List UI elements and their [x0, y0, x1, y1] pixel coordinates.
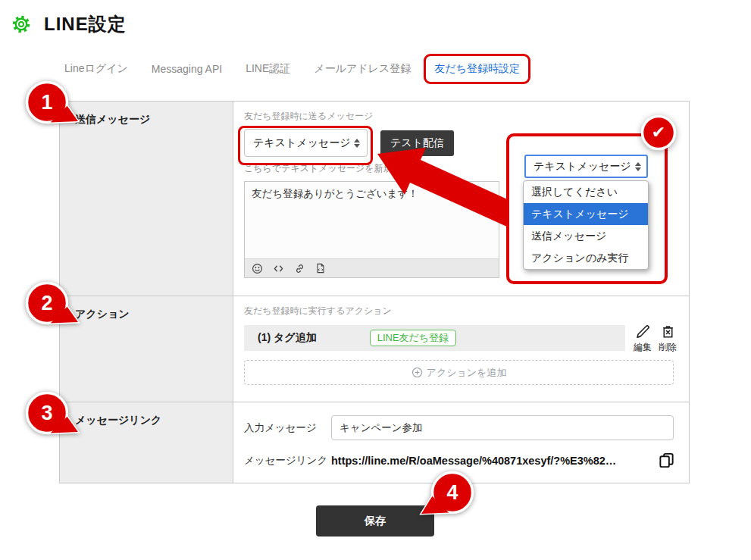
- section-title: メッセージリンク: [75, 414, 161, 426]
- file-icon[interactable]: [315, 263, 326, 274]
- section-label-message-link: メッセージリンク: [60, 402, 233, 483]
- overlay-select-value: テキストメッセージ: [534, 160, 631, 174]
- send-message-field-label: 友だち登録時に送るメッセージ: [244, 110, 678, 123]
- select-spinner-icon: [635, 162, 641, 171]
- plus-circle-icon: [411, 367, 423, 378]
- section-content-action: 友だち登録時に実行するアクション (1) タグ追加 LINE友だち登録 編集 削…: [233, 296, 689, 402]
- add-action-button[interactable]: アクションを追加: [244, 360, 674, 385]
- link-icon[interactable]: [294, 263, 305, 274]
- select-spinner-icon: [354, 139, 360, 148]
- code-icon[interactable]: [273, 263, 284, 274]
- section-title: アクション: [75, 308, 130, 320]
- editor-toolbar: [245, 258, 499, 277]
- section-content-message-link: 入力メッセージ メッセージリンク https://line.me/R/oaMes…: [233, 402, 689, 483]
- page-title: LINE設定: [44, 12, 127, 36]
- emoji-icon[interactable]: [252, 263, 263, 274]
- message-link-label: メッセージリンク: [244, 454, 331, 468]
- action-item-title: (1) タグ追加: [258, 331, 317, 345]
- tab-bar: Lineログイン Messaging API LINE認証 メールアドレス登録 …: [64, 56, 520, 82]
- edit-button[interactable]: 編集: [634, 324, 652, 353]
- message-editor: 友だち登録ありがとうございます！: [244, 181, 499, 278]
- pencil-icon: [635, 324, 651, 343]
- add-action-label: アクションを追加: [427, 366, 507, 380]
- section-label-action: アクション: [60, 296, 233, 402]
- delete-label: 削除: [659, 343, 677, 353]
- annotation-dropdown-overlay: テキストメッセージ 選択してください テキストメッセージ 送信メッセージ アクシ…: [506, 133, 668, 284]
- input-message-label: 入力メッセージ: [244, 421, 331, 435]
- section-title: 送信メッセージ: [75, 113, 150, 125]
- copy-icon[interactable]: [658, 452, 675, 469]
- input-message-field[interactable]: [331, 415, 674, 440]
- test-send-button[interactable]: テスト配信: [380, 130, 454, 156]
- line-settings-page: LINE設定 Lineログイン Messaging API LINE認証 メール…: [0, 0, 751, 560]
- delete-button[interactable]: 削除: [659, 324, 677, 353]
- message-type-select-value: テキストメッセージ: [253, 136, 351, 150]
- option-action-only[interactable]: アクションのみ実行: [524, 247, 648, 269]
- tab-line-auth[interactable]: LINE認証: [246, 62, 290, 76]
- edit-label: 編集: [634, 343, 652, 353]
- overlay-message-type-select[interactable]: テキストメッセージ: [524, 155, 648, 178]
- action-list-item: (1) タグ追加 LINE友だち登録: [244, 325, 625, 351]
- tab-messaging-api[interactable]: Messaging API: [152, 63, 222, 75]
- tab-line-login[interactable]: Lineログイン: [64, 62, 128, 76]
- gear-icon: [11, 14, 32, 35]
- tab-email-register[interactable]: メールアドレス登録: [314, 62, 411, 76]
- trash-icon: [660, 324, 676, 343]
- section-label-send-message: 送信メッセージ: [60, 102, 233, 296]
- message-link-url: https://line.me/R/oaMessage/%40871xesyf/…: [331, 455, 616, 467]
- option-text-message[interactable]: テキストメッセージ: [524, 203, 648, 225]
- action-tag-badge: LINE友だち登録: [370, 330, 457, 346]
- save-button[interactable]: 保存: [316, 505, 434, 537]
- overlay-option-list: 選択してください テキストメッセージ 送信メッセージ アクションのみ実行: [523, 180, 649, 270]
- tab-label: 友だち登録時設定: [434, 62, 520, 74]
- option-send-message[interactable]: 送信メッセージ: [524, 225, 648, 247]
- message-textarea[interactable]: 友だち登録ありがとうございます！: [245, 182, 499, 258]
- option-please-select[interactable]: 選択してください: [524, 181, 648, 203]
- tab-friend-register-settings[interactable]: 友だち登録時設定: [434, 62, 520, 76]
- message-type-select[interactable]: テキストメッセージ: [244, 129, 368, 157]
- page-header: LINE設定: [11, 12, 127, 36]
- action-field-label: 友だち登録時に実行するアクション: [244, 305, 678, 318]
